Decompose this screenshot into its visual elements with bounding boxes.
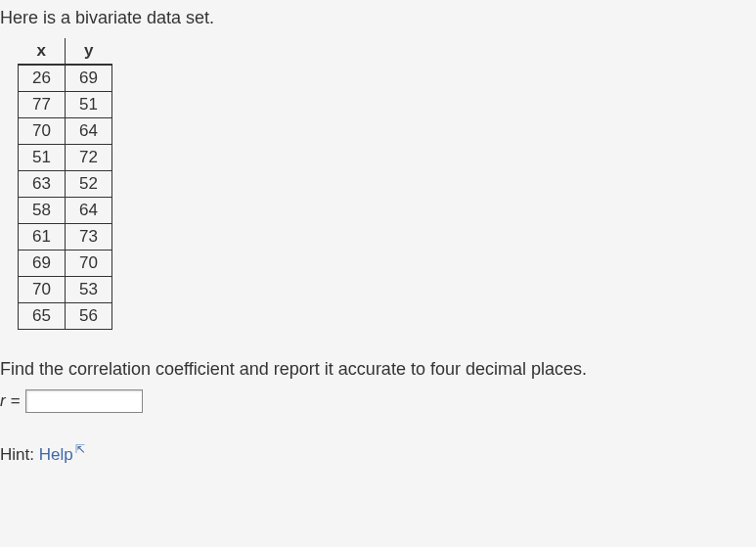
intro-text: Here is a bivariate data set. bbox=[0, 8, 756, 28]
table-row: 70 64 bbox=[19, 118, 112, 145]
table-row: 26 69 bbox=[19, 65, 112, 92]
question-text: Find the correlation coefficient and rep… bbox=[0, 359, 756, 380]
header-x: x bbox=[19, 38, 66, 65]
help-link[interactable]: Help bbox=[39, 445, 73, 464]
cell-y: 69 bbox=[65, 65, 111, 92]
cell-x: 58 bbox=[19, 198, 66, 224]
table-row: 69 70 bbox=[19, 251, 112, 277]
table-row: 70 53 bbox=[19, 277, 112, 303]
external-link-icon: ⇱ bbox=[75, 442, 85, 456]
answer-input[interactable] bbox=[25, 389, 143, 413]
hint-row: Hint: Help⇱ bbox=[0, 442, 756, 465]
cell-x: 70 bbox=[19, 277, 66, 303]
cell-y: 70 bbox=[65, 251, 111, 277]
cell-x: 69 bbox=[19, 251, 66, 277]
cell-x: 51 bbox=[19, 145, 66, 171]
hint-label: Hint: bbox=[0, 445, 39, 464]
header-y: y bbox=[65, 38, 111, 65]
cell-y: 73 bbox=[65, 224, 111, 251]
cell-y: 53 bbox=[65, 277, 111, 303]
table-row: 65 56 bbox=[19, 303, 112, 330]
cell-x: 70 bbox=[19, 118, 66, 145]
answer-label: r = bbox=[0, 391, 20, 411]
cell-y: 72 bbox=[65, 145, 111, 171]
answer-row: r = bbox=[0, 389, 756, 413]
cell-y: 64 bbox=[65, 118, 111, 145]
cell-y: 64 bbox=[65, 198, 111, 224]
table-row: 51 72 bbox=[19, 145, 112, 171]
table-row: 61 73 bbox=[19, 224, 112, 251]
cell-y: 52 bbox=[65, 171, 111, 198]
cell-y: 56 bbox=[65, 303, 111, 330]
table-header-row: x y bbox=[19, 38, 112, 65]
table-row: 63 52 bbox=[19, 171, 112, 198]
cell-x: 77 bbox=[19, 92, 66, 118]
table-row: 58 64 bbox=[19, 198, 112, 224]
cell-x: 63 bbox=[19, 171, 66, 198]
cell-x: 61 bbox=[19, 224, 66, 251]
cell-x: 65 bbox=[19, 303, 66, 330]
cell-x: 26 bbox=[19, 65, 66, 92]
cell-y: 51 bbox=[65, 92, 111, 118]
table-row: 77 51 bbox=[19, 92, 112, 118]
data-table: x y 26 69 77 51 70 64 51 72 63 52 58 64 bbox=[18, 38, 112, 330]
